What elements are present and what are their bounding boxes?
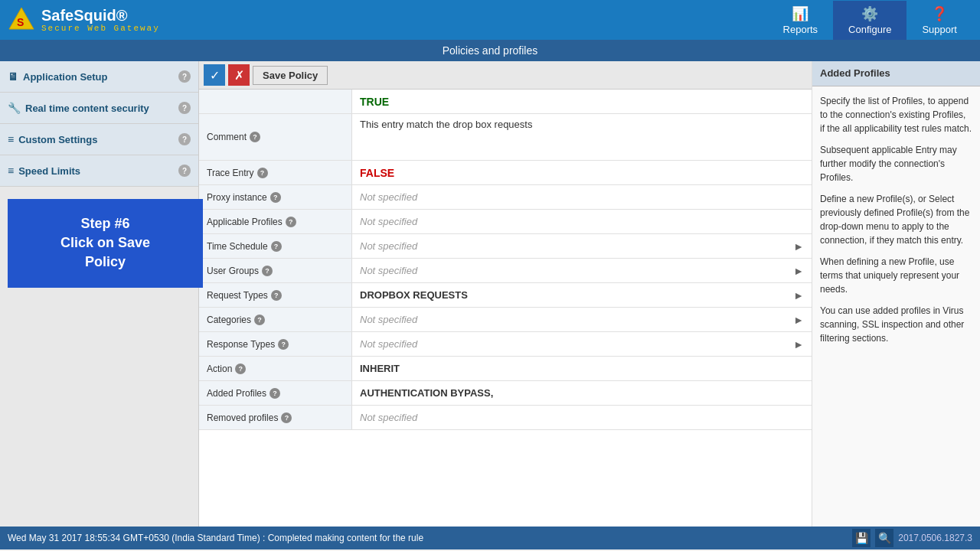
- sidebar-item-label-realtime: Real time content security: [25, 103, 149, 114]
- sidebar-item-app-setup[interactable]: 🖥 Application Setup ?: [0, 61, 198, 93]
- row-value-response-types: Not specified ►: [352, 332, 812, 356]
- user-groups-help-icon[interactable]: ?: [262, 266, 273, 276]
- value-not-specified-response-types: Not specified: [360, 338, 417, 350]
- row-label-app-profiles: Applicable Profiles ?: [199, 210, 352, 233]
- realtime-help-icon[interactable]: ?: [178, 102, 191, 114]
- app-profiles-help-icon[interactable]: ?: [286, 217, 296, 227]
- row-label-action: Action ?: [199, 357, 352, 380]
- row-label-user-groups: User Groups ?: [199, 259, 352, 282]
- row-value-trace: FALSE: [352, 161, 812, 184]
- comment-text: This entry match the drop box requests: [360, 119, 532, 130]
- speed-limits-icon: ≡: [8, 165, 14, 177]
- value-not-specified-categories: Not specified: [360, 314, 417, 325]
- request-types-send-icon[interactable]: ►: [793, 289, 804, 302]
- row-label-request-types: Request Types ?: [199, 283, 352, 307]
- user-groups-send-icon[interactable]: ►: [793, 265, 804, 277]
- nav-support-label: Support: [922, 24, 957, 35]
- value-not-specified-app-profiles: Not specified: [360, 216, 417, 227]
- row-value-user-groups: Not specified ►: [352, 259, 812, 282]
- cancel-button[interactable]: ✗: [228, 64, 250, 86]
- custom-help-icon[interactable]: ?: [178, 133, 191, 145]
- right-panel: Added Profiles Specify the list of Profi…: [812, 61, 980, 527]
- label-text-comment: Comment: [207, 132, 247, 142]
- row-label-response-types: Response Types ?: [199, 332, 352, 356]
- row-value-proxy: Not specified: [352, 185, 812, 209]
- right-panel-para-4: When defining a new Profile, use terms t…: [820, 255, 972, 296]
- sidebar-item-speed-limits[interactable]: ≡ Speed Limits ?: [0, 155, 198, 187]
- step-callout: Step #6Click on SavePolicy: [8, 199, 203, 288]
- label-text-user-groups: User Groups: [207, 266, 259, 276]
- removed-profiles-help-icon[interactable]: ?: [281, 412, 292, 423]
- step-callout-text: Step #6Click on SavePolicy: [60, 216, 150, 269]
- row-value-app-profiles: Not specified: [352, 210, 812, 233]
- row-label-comment: Comment ?: [199, 114, 352, 160]
- label-text-time: Time Schedule: [207, 241, 268, 252]
- configure-icon: ⚙️: [861, 5, 878, 22]
- app-setup-help-icon[interactable]: ?: [178, 70, 191, 83]
- row-value-categories: Not specified ►: [352, 308, 812, 331]
- value-not-specified-user-groups: Not specified: [360, 265, 417, 276]
- label-text-action: Action: [207, 364, 232, 374]
- categories-send-icon[interactable]: ►: [793, 314, 804, 326]
- header: S SafeSquid® Secure Web Gateway 📊 Report…: [0, 0, 980, 40]
- row-value-added-profiles: AUTHENTICATION BYPASS,: [352, 381, 812, 405]
- comment-help-icon[interactable]: ?: [250, 132, 260, 142]
- value-inherit: INHERIT: [360, 363, 400, 374]
- row-label-trace: Trace Entry ?: [199, 161, 352, 184]
- sidebar-item-realtime-security[interactable]: 🔧 Real time content security ?: [0, 93, 198, 124]
- statusbar-text: Wed May 31 2017 18:55:34 GMT+0530 (India…: [8, 533, 423, 543]
- sidebar: 🖥 Application Setup ? 🔧 Real time conten…: [0, 61, 199, 527]
- table-row: Applicable Profiles ? Not specified: [199, 210, 812, 234]
- row-value-removed-profiles: Not specified: [352, 406, 812, 429]
- time-send-icon[interactable]: ►: [793, 240, 804, 253]
- app-setup-icon: 🖥: [8, 70, 18, 83]
- nav-reports[interactable]: 📊 Reports: [768, 1, 834, 40]
- trace-help-icon[interactable]: ?: [257, 168, 268, 178]
- response-types-help-icon[interactable]: ?: [278, 339, 289, 350]
- check-button[interactable]: ✓: [204, 64, 225, 86]
- svg-text:S: S: [17, 16, 24, 28]
- nav-support[interactable]: ❓ Support: [906, 1, 972, 40]
- subheader: Policies and profiles: [0, 40, 980, 61]
- categories-help-icon[interactable]: ?: [254, 315, 265, 325]
- content-area: ✓ ✗ Save Policy TRUE Comment ?: [199, 61, 980, 527]
- nav-reports-label: Reports: [783, 24, 818, 35]
- save-icon-button[interactable]: 💾: [852, 529, 871, 547]
- value-not-specified-removed: Not specified: [360, 412, 417, 423]
- label-text-trace: Trace Entry: [207, 168, 254, 178]
- policy-table: TRUE Comment ? This entry match the drop…: [199, 90, 812, 430]
- proxy-help-icon[interactable]: ?: [270, 192, 281, 203]
- table-row: Time Schedule ? Not specified ►: [199, 234, 812, 259]
- row-value-match: TRUE: [352, 90, 812, 113]
- value-dropbox: DROPBOX REQUESTS: [360, 289, 468, 301]
- right-panel-para-3: Define a new Profile(s), or Select previ…: [820, 192, 972, 247]
- request-types-help-icon[interactable]: ?: [271, 290, 282, 301]
- reports-icon: 📊: [792, 5, 808, 22]
- row-label-match: [199, 90, 352, 113]
- row-label-removed-profiles: Removed profiles ?: [199, 406, 352, 429]
- action-help-icon[interactable]: ?: [235, 364, 246, 374]
- sidebar-item-label-speed: Speed Limits: [18, 165, 80, 177]
- table-row: Proxy instance ? Not specified: [199, 185, 812, 210]
- search-icon-button[interactable]: 🔍: [875, 529, 893, 547]
- nav-configure[interactable]: ⚙️ Configure: [833, 1, 906, 40]
- label-text-response-types: Response Types: [207, 339, 275, 350]
- label-text-added-profiles: Added Profiles: [207, 388, 266, 399]
- table-row: Categories ? Not specified ►: [199, 308, 812, 332]
- realtime-security-icon: 🔧: [8, 102, 21, 114]
- logo-tagline: Secure Web Gateway: [41, 24, 160, 33]
- response-types-send-icon[interactable]: ►: [793, 338, 804, 350]
- sidebar-item-label-app-setup: Application Setup: [23, 71, 108, 83]
- logo-icon: S: [8, 6, 35, 34]
- logo-name: SafeSquid®: [41, 7, 160, 24]
- statusbar-right: 💾 🔍 2017.0506.1827.3: [852, 529, 972, 547]
- row-label-categories: Categories ?: [199, 308, 352, 331]
- speed-help-icon[interactable]: ?: [178, 165, 191, 177]
- row-value-action: INHERIT: [352, 357, 812, 380]
- label-text-removed-profiles: Removed profiles: [207, 412, 278, 423]
- save-policy-button[interactable]: Save Policy: [253, 66, 328, 85]
- label-text-categories: Categories: [207, 315, 251, 325]
- time-help-icon[interactable]: ?: [271, 241, 282, 252]
- added-profiles-help-icon[interactable]: ?: [270, 388, 280, 399]
- sidebar-item-custom-settings[interactable]: ≡ Custom Settings ?: [0, 124, 198, 155]
